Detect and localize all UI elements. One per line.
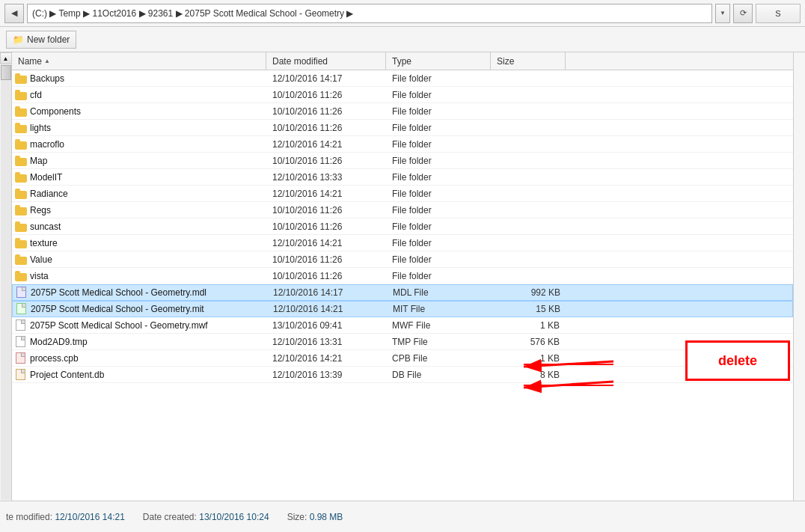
file-size-cell (491, 209, 566, 212)
file-date-cell: 12/10/2016 14:21 (266, 138, 386, 151)
back-button[interactable]: ◀ (4, 4, 24, 23)
list-item[interactable]: Map 10/10/2016 11:26 File folder (12, 153, 793, 169)
list-item[interactable]: suncast 10/10/2016 11:26 File folder (12, 218, 793, 235)
file-type-cell: File folder (386, 154, 491, 168)
file-name: Project Content.db (30, 370, 104, 380)
file-icon (15, 336, 27, 348)
list-item[interactable]: Components 10/10/2016 11:26 File folder (12, 103, 793, 120)
list-item[interactable]: texture 12/10/2016 14:21 File folder (12, 235, 793, 251)
file-size-cell (491, 126, 566, 129)
scroll-track[interactable] (1, 65, 11, 500)
scroll-up-button[interactable]: ▲ (0, 52, 12, 64)
col-header-date[interactable]: Date modified (266, 52, 386, 70)
folder-icon (15, 254, 27, 265)
list-item[interactable]: Regs 10/10/2016 11:26 File folder (12, 202, 793, 218)
file-type-cell: File folder (386, 72, 491, 85)
list-item[interactable]: lights 10/10/2016 11:26 File folder (12, 120, 793, 136)
file-type-cell: File folder (386, 253, 491, 266)
file-date-cell: 12/10/2016 14:21 (266, 187, 386, 201)
file-date-cell: 12/10/2016 13:31 (266, 335, 386, 349)
file-name-cell: Radiance (12, 187, 266, 201)
file-type-cell: File folder (386, 187, 491, 201)
file-type-cell: MDL File (387, 286, 492, 299)
status-date-created: Date created: 13/10/2016 10:24 (143, 512, 269, 522)
file-name: Mod2AD9.tmp (30, 337, 88, 347)
search-button[interactable]: S (756, 4, 801, 23)
list-item[interactable]: 2075P Scott Medical School - Geometry.md… (12, 284, 793, 301)
column-headers: Name ▲ Date modified Type Size (12, 52, 793, 70)
file-type-cell: File folder (386, 121, 491, 135)
list-item[interactable]: 2075P Scott Medical School - Geometry.mw… (12, 317, 793, 334)
file-size-cell (491, 275, 566, 278)
file-size-cell (491, 77, 566, 80)
list-item[interactable]: Project Content.db 12/10/2016 13:39 DB F… (12, 367, 793, 383)
list-item[interactable]: ModelIT 12/10/2016 13:33 File folder (12, 169, 793, 186)
folder-name: Radiance (30, 189, 68, 199)
right-scrollbar[interactable] (793, 52, 805, 501)
file-size-cell (491, 176, 566, 179)
file-size-cell (491, 258, 566, 261)
folder-name: cfd (30, 90, 42, 100)
scroll-thumb[interactable] (1, 65, 11, 80)
file-size-cell: 1 KB (491, 352, 566, 365)
new-folder-button[interactable]: 📁 New folder (6, 31, 76, 49)
folder-icon (15, 189, 27, 199)
file-size-cell: 992 KB (492, 286, 566, 299)
folder-icon (15, 221, 27, 232)
list-item[interactable]: Mod2AD9.tmp 12/10/2016 13:31 TMP File 57… (12, 334, 793, 350)
file-size-cell: 15 KB (492, 302, 566, 316)
list-item[interactable]: cfd 10/10/2016 11:26 File folder (12, 87, 793, 103)
date-modified-value: 12/10/2016 14:21 (55, 512, 124, 522)
file-date-cell: 10/10/2016 11:26 (266, 88, 386, 102)
list-item[interactable]: Value 10/10/2016 11:26 File folder (12, 251, 793, 268)
file-list-container: ▲ Name ▲ Date modified Type Size (0, 52, 805, 501)
list-item[interactable]: 2075P Scott Medical School - Geometry.mi… (12, 301, 793, 317)
col-header-name[interactable]: Name ▲ (12, 52, 266, 70)
file-size-cell: 576 KB (491, 335, 566, 349)
file-icon (15, 352, 27, 364)
list-item[interactable]: vista 10/10/2016 11:26 File folder (12, 268, 793, 284)
date-modified-label: te modified: (6, 512, 52, 522)
address-dropdown-button[interactable]: ▼ (715, 4, 730, 23)
date-created-value: 13/10/2016 10:24 (199, 512, 269, 522)
file-name-cell: 2075P Scott Medical School - Geometry.md… (13, 285, 267, 300)
list-item[interactable]: macroflo 12/10/2016 14:21 File folder (12, 136, 793, 153)
file-size-cell: 1 KB (491, 319, 566, 332)
file-date-cell: 12/10/2016 14:21 (267, 302, 387, 316)
size-value: 0.98 MB (310, 512, 343, 522)
file-type-cell: MWF File (386, 319, 491, 332)
file-size-cell (491, 94, 566, 97)
file-type-cell: DB File (386, 368, 491, 382)
folder-name: Map (30, 156, 47, 166)
file-name-cell: Regs (12, 204, 266, 217)
list-item[interactable]: Backups 12/10/2016 14:17 File folder (12, 70, 793, 87)
folder-name: ModelIT (30, 172, 62, 183)
address-path[interactable]: (C:) ▶ Temp ▶ 11Oct2016 ▶ 92361 ▶ 2075P … (27, 4, 712, 23)
folder-name: texture (30, 238, 58, 248)
folder-name: Components (30, 106, 81, 117)
file-name-cell: Value (12, 253, 266, 266)
folder-icon (15, 172, 27, 183)
folder-name: Value (30, 254, 52, 265)
file-date-cell: 10/10/2016 11:26 (266, 105, 386, 118)
left-scrollbar[interactable]: ▲ (0, 52, 12, 501)
refresh-button[interactable]: ⟳ (733, 4, 753, 23)
file-type-cell: MIT File (387, 302, 492, 316)
folder-name: Regs (30, 205, 51, 215)
status-size: Size: 0.98 MB (287, 512, 343, 522)
file-icon (16, 303, 28, 315)
file-type-cell: File folder (386, 171, 491, 184)
folder-icon (15, 271, 27, 281)
folder-icon (15, 205, 27, 215)
folder-icon (15, 73, 27, 84)
list-item[interactable]: process.cpb 12/10/2016 14:21 CPB File 1 … (12, 350, 793, 367)
col-header-type[interactable]: Type (386, 52, 491, 70)
folder-icon (15, 90, 27, 100)
file-name: 2075P Scott Medical School - Geometry.mw… (30, 320, 208, 331)
folder-name: vista (30, 271, 49, 281)
file-name-cell: Mod2AD9.tmp (12, 334, 266, 349)
file-icon (15, 319, 27, 331)
list-item[interactable]: Radiance 12/10/2016 14:21 File folder (12, 186, 793, 202)
col-header-size[interactable]: Size (491, 52, 566, 70)
folder-name: Backups (30, 73, 64, 84)
